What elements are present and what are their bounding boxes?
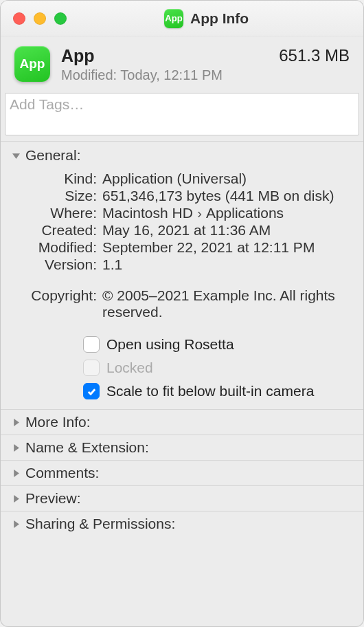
svg-marker-2 <box>14 444 19 452</box>
svg-marker-1 <box>14 419 19 426</box>
section-sharing-permissions[interactable]: Sharing & Permissions: <box>1 511 363 536</box>
modified-label: Modified: <box>61 67 117 82</box>
svg-marker-5 <box>14 520 19 528</box>
section-sharing-permissions-title: Sharing & Permissions: <box>25 516 175 532</box>
svg-marker-0 <box>12 153 20 159</box>
svg-marker-3 <box>14 470 19 477</box>
section-comments-title: Comments: <box>25 465 99 481</box>
checkbox-row-scale-fit: Scale to fit below built-in camera <box>14 383 350 399</box>
path-separator-icon <box>193 205 206 221</box>
label-kind: Kind: <box>14 170 102 187</box>
title-group: App App Info <box>164 9 249 28</box>
section-more-info-title: More Info: <box>25 414 91 430</box>
minimize-button[interactable] <box>34 12 46 25</box>
app-icon-large: App <box>14 46 50 82</box>
row-created: Created: May 16, 2021 at 11:36 AM <box>14 222 350 239</box>
label-size: Size: <box>14 188 102 204</box>
section-general-header[interactable]: General: <box>1 142 363 169</box>
chevron-right-icon <box>10 442 21 453</box>
tags-placeholder: Add Tags… <box>10 96 84 112</box>
section-preview[interactable]: Preview: <box>1 485 363 511</box>
row-version: Version: 1.1 <box>14 256 350 273</box>
value-modified: September 22, 2021 at 12:11 PM <box>102 239 350 256</box>
chevron-down-icon <box>10 150 21 161</box>
checkbox-label-scale-fit: Scale to fit below built-in camera <box>106 383 314 399</box>
info-window: App App Info App App Modified: Today, 12… <box>0 0 364 627</box>
tags-input[interactable]: Add Tags… <box>5 93 359 135</box>
section-name-extension-title: Name & Extension: <box>25 439 149 456</box>
section-general-title: General: <box>25 147 81 164</box>
value-created: May 16, 2021 at 11:36 AM <box>102 222 350 239</box>
value-size: 651,346,173 bytes (441 MB on disk) <box>102 188 350 204</box>
chevron-right-icon <box>10 417 21 428</box>
label-created: Created: <box>14 222 102 239</box>
value-version: 1.1 <box>102 256 350 273</box>
checkbox-row-locked: Locked <box>14 360 350 376</box>
label-copyright: Copyright: <box>14 287 102 304</box>
file-size: 651.3 MB <box>279 46 350 65</box>
modified-value: Today, 12:11 PM <box>120 67 223 82</box>
traffic-lights <box>13 12 67 25</box>
checkbox-label-rosetta: Open using Rosetta <box>106 336 234 353</box>
value-kind: Application (Universal) <box>102 170 350 187</box>
section-more-info[interactable]: More Info: <box>1 409 363 434</box>
row-copyright: Copyright: © 2005–2021 Example Inc. All … <box>14 287 350 320</box>
chevron-right-icon <box>10 468 21 478</box>
where-part-2: Applications <box>206 205 284 221</box>
header-meta: App Modified: Today, 12:11 PM <box>61 46 268 83</box>
label-where: Where: <box>14 205 102 221</box>
app-icon: App <box>164 9 183 28</box>
checkbox-row-rosetta: Open using Rosetta <box>14 336 350 353</box>
checkbox-label-locked: Locked <box>106 360 153 376</box>
checkbox-rosetta[interactable] <box>83 336 100 353</box>
general-body: Kind: Application (Universal) Size: 651,… <box>1 169 363 409</box>
where-part-1: Macintosh HD <box>102 205 193 221</box>
checkbox-group: Open using Rosetta Locked Scale to fit b… <box>14 321 350 399</box>
check-icon <box>87 386 97 397</box>
section-comments[interactable]: Comments: <box>1 460 363 485</box>
modified-line: Modified: Today, 12:11 PM <box>61 67 268 83</box>
checkbox-scale-fit[interactable] <box>83 383 100 399</box>
window-title: App Info <box>190 10 249 27</box>
section-name-extension[interactable]: Name & Extension: <box>1 434 363 460</box>
titlebar: App App Info <box>1 1 363 36</box>
svg-marker-4 <box>14 495 19 503</box>
section-general: General: Kind: Application (Universal) S… <box>1 141 363 409</box>
info-header: App App Modified: Today, 12:11 PM 651.3 … <box>1 36 363 93</box>
collapsed-sections: More Info: Name & Extension: Comments: P… <box>1 409 363 536</box>
row-modified: Modified: September 22, 2021 at 12:11 PM <box>14 239 350 256</box>
chevron-right-icon <box>10 518 21 529</box>
row-kind: Kind: Application (Universal) <box>14 170 350 187</box>
row-where: Where: Macintosh HDApplications <box>14 205 350 221</box>
value-where: Macintosh HDApplications <box>102 205 350 221</box>
app-name: App <box>61 46 268 66</box>
maximize-button[interactable] <box>54 12 67 25</box>
chevron-right-icon <box>10 493 21 504</box>
value-copyright: © 2005–2021 Example Inc. All rights rese… <box>102 287 350 320</box>
row-size: Size: 651,346,173 bytes (441 MB on disk) <box>14 188 350 204</box>
label-modified: Modified: <box>14 239 102 256</box>
checkbox-locked <box>83 360 100 376</box>
section-preview-title: Preview: <box>25 490 81 507</box>
close-button[interactable] <box>13 12 25 25</box>
label-version: Version: <box>14 256 102 273</box>
